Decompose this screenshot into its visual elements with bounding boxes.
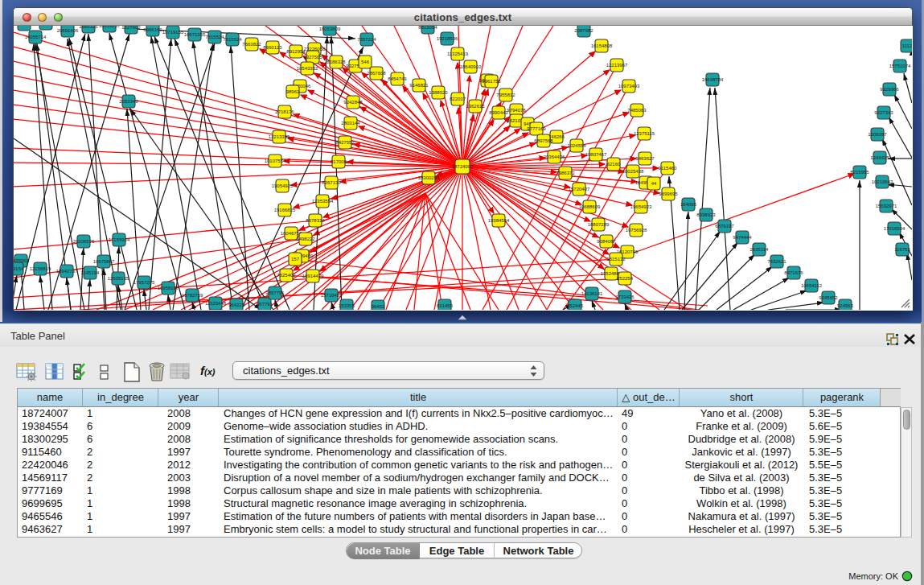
svg-text:1527602: 1527602: [121, 25, 141, 30]
svg-text:3498222: 3498222: [296, 237, 315, 241]
svg-text:153355: 153355: [339, 303, 355, 308]
svg-text:957791: 957791: [257, 302, 273, 307]
svg-text:1388520: 1388520: [429, 90, 448, 95]
svg-text:10719155: 10719155: [162, 30, 184, 35]
svg-text:9463627: 9463627: [635, 156, 655, 161]
svg-text:15720407: 15720407: [569, 187, 590, 192]
svg-text:12353594: 12353594: [312, 199, 334, 204]
svg-text:822037: 822037: [450, 97, 466, 101]
svg-text:2867608: 2867608: [367, 71, 386, 76]
svg-text:1209387: 1209387: [868, 132, 887, 137]
svg-text:1112: 1112: [902, 43, 913, 48]
svg-text:16648784: 16648784: [702, 77, 724, 82]
svg-text:6897568: 6897568: [534, 138, 553, 143]
svg-text:12156819: 12156819: [30, 266, 51, 271]
svg-text:10025438: 10025438: [622, 169, 644, 174]
svg-text:8938923: 8938923: [696, 212, 716, 217]
svg-text:62160: 62160: [607, 162, 621, 167]
svg-text:19654923: 19654923: [630, 204, 652, 209]
svg-text:7632621: 7632621: [767, 259, 786, 264]
svg-text:10688609: 10688609: [579, 204, 601, 209]
svg-text:116753: 116753: [894, 247, 910, 252]
svg-text:157: 157: [291, 257, 300, 262]
svg-text:20206576: 20206576: [73, 239, 95, 244]
svg-text:20364436: 20364436: [544, 154, 565, 159]
svg-text:17016504: 17016504: [884, 226, 906, 231]
svg-text:12213967: 12213967: [606, 63, 628, 68]
svg-text:10107554: 10107554: [265, 159, 286, 163]
svg-text:19054925: 19054925: [272, 183, 294, 188]
svg-text:7955812: 7955812: [496, 93, 515, 97]
svg-text:10958107: 10958107: [158, 286, 179, 290]
svg-text:10973493: 10973493: [618, 84, 640, 89]
svg-text:1145194: 1145194: [81, 270, 101, 275]
svg-text:9245652: 9245652: [819, 295, 838, 300]
svg-text:15716485: 15716485: [321, 293, 343, 298]
svg-text:8471676: 8471676: [784, 270, 803, 275]
svg-text:17159924: 17159924: [109, 237, 130, 242]
svg-text:8660123: 8660123: [263, 45, 282, 50]
svg-text:16653257: 16653257: [99, 23, 121, 28]
svg-text:98961: 98961: [286, 89, 300, 94]
svg-text:10807467: 10807467: [585, 152, 607, 157]
svg-text:16914479: 16914479: [302, 274, 324, 278]
svg-text:952445: 952445: [567, 303, 584, 308]
svg-text:16782759: 16782759: [182, 293, 203, 298]
svg-text:18640910: 18640910: [460, 64, 482, 69]
svg-text:2935114: 2935114: [750, 247, 770, 252]
svg-text:9857791: 9857791: [265, 290, 285, 295]
svg-text:1024554: 1024554: [567, 143, 586, 148]
svg-text:8678334: 8678334: [306, 218, 325, 223]
svg-text:44: 44: [651, 181, 657, 186]
svg-text:1362615: 1362615: [466, 104, 485, 109]
svg-text:1244415: 1244415: [870, 155, 889, 160]
svg-text:10543352: 10543352: [297, 66, 318, 71]
svg-text:9227343: 9227343: [874, 110, 893, 115]
svg-text:9146821: 9146821: [409, 83, 429, 88]
svg-text:19756928: 19756928: [626, 228, 647, 233]
svg-text:9329966: 9329966: [880, 87, 899, 92]
svg-text:8990443: 8990443: [489, 110, 508, 115]
svg-text:2053349: 2053349: [119, 99, 138, 104]
svg-text:19218506: 19218506: [437, 36, 458, 41]
svg-text:817006: 817006: [331, 159, 347, 164]
svg-text:14136141: 14136141: [581, 291, 603, 296]
svg-text:2718176: 2718176: [275, 109, 294, 114]
svg-text:8813054: 8813054: [418, 25, 437, 30]
svg-text:16053809: 16053809: [319, 27, 341, 31]
svg-text:1405571: 1405571: [14, 22, 34, 27]
svg-text:12942737: 12942737: [56, 269, 78, 274]
svg-text:7986372: 7986372: [556, 171, 575, 175]
svg-text:9699695: 9699695: [659, 192, 678, 196]
svg-text:6966160: 6966160: [143, 27, 162, 32]
svg-text:9115460: 9115460: [659, 166, 678, 171]
svg-text:9961756: 9961756: [482, 79, 501, 84]
svg-text:1615132: 1615132: [606, 257, 626, 262]
svg-text:9084067: 9084067: [597, 239, 616, 244]
svg-text:9327505: 9327505: [303, 55, 322, 60]
svg-text:20691406: 20691406: [57, 28, 79, 33]
svg-text:12505135: 12505135: [108, 276, 129, 281]
svg-text:9242848: 9242848: [343, 100, 363, 105]
svg-text:252254: 252254: [617, 276, 634, 281]
svg-text:9777169: 9777169: [527, 126, 546, 131]
svg-text:7485063: 7485063: [627, 108, 647, 113]
svg-text:164095: 164095: [680, 202, 697, 207]
svg-text:16671355: 16671355: [184, 32, 206, 37]
svg-text:10975867: 10975867: [93, 259, 115, 264]
svg-text:2803144: 2803144: [341, 121, 360, 126]
svg-text:1733426: 1733426: [615, 295, 634, 299]
svg-text:12375115: 12375115: [634, 131, 655, 136]
svg-text:7357224: 7357224: [357, 37, 376, 42]
svg-text:16154808: 16154808: [591, 43, 613, 48]
svg-text:1665325: 1665325: [79, 24, 98, 29]
svg-text:12213389: 12213389: [269, 134, 290, 139]
svg-text:7663822: 7663822: [242, 42, 261, 47]
svg-text:831455: 831455: [437, 303, 454, 308]
svg-text:7625402: 7625402: [277, 273, 296, 278]
svg-text:39154: 39154: [10, 266, 24, 271]
svg-text:924565: 924565: [837, 303, 854, 308]
svg-text:18807289: 18807289: [588, 222, 610, 227]
svg-text:96452: 96452: [372, 304, 385, 309]
svg-text:19384554: 19384554: [488, 218, 510, 223]
